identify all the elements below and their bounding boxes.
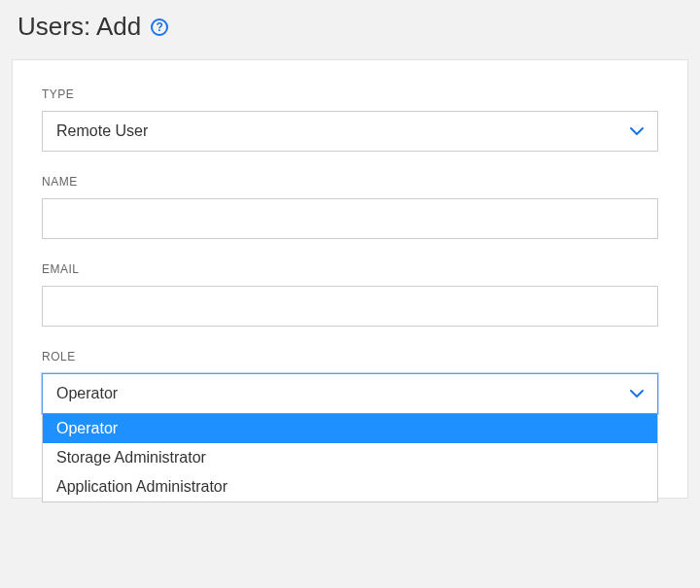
help-icon[interactable]: ? <box>151 18 168 36</box>
chevron-down-icon <box>630 387 644 400</box>
name-input[interactable] <box>42 198 658 239</box>
type-select[interactable]: Remote User <box>42 111 658 152</box>
role-select-value: Operator <box>56 385 118 402</box>
page-title: Users: Add <box>18 12 141 42</box>
type-select-value: Remote User <box>56 122 148 140</box>
role-select[interactable]: Operator <box>42 373 658 414</box>
email-label: EMAIL <box>42 262 658 276</box>
form-card: TYPE Remote User NAME EMAIL ROLE <box>12 59 688 499</box>
name-label: NAME <box>42 175 658 189</box>
chevron-down-icon <box>630 124 644 138</box>
role-label: ROLE <box>42 350 658 363</box>
role-dropdown: Operator Storage Administrator Applicati… <box>42 414 658 502</box>
type-label: TYPE <box>42 87 658 101</box>
email-input[interactable] <box>42 286 658 327</box>
role-option-app-admin[interactable]: Application Administrator <box>43 472 657 502</box>
role-option-storage-admin[interactable]: Storage Administrator <box>43 443 657 472</box>
role-option-operator[interactable]: Operator <box>43 414 657 443</box>
